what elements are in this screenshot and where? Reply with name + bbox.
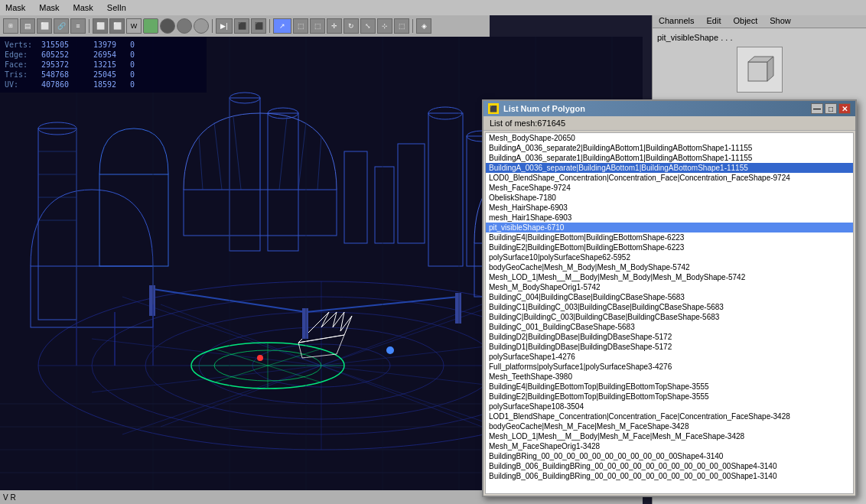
- svg-rect-52: [149, 285, 155, 316]
- poly-list-item[interactable]: Mesh_LOD_1|Mesh__M__Body|Mesh_M_Body|Mes…: [486, 272, 853, 282]
- poly-list-item[interactable]: Full_platforms|polySurface1|polySurfaceS…: [486, 362, 853, 372]
- toolbar-icon-2[interactable]: ▤: [20, 18, 35, 34]
- channel-content: pit_visibleShape . . .: [653, 28, 866, 100]
- poly-list-item[interactable]: bodyGeoCache|Mesh_M_Face|Mesh_M_FaceShap…: [486, 421, 853, 431]
- stat-val-edge2: 26954: [93, 50, 124, 59]
- toolbar-lasso[interactable]: ⬚: [293, 18, 308, 34]
- toolbar-icon-4[interactable]: 🔗: [54, 18, 69, 34]
- toolbar: ⊞ ▤ ⬜ 🔗 ≡ ⬜ ⬜ W ▶| ⬛ ⬛ ↗ ⬚ ⬚ ✛ ↻ ⤡ ⊹ ⬚ ◈: [0, 15, 490, 37]
- toolbar-icon-5[interactable]: ≡: [70, 18, 86, 34]
- poly-list-item[interactable]: Mesh_M_BodyShapeOrig1-5742: [486, 282, 853, 292]
- poly-list-item[interactable]: BuildingE4|BuildingEBottomTop|BuildingEB…: [486, 382, 853, 392]
- toolbar-sep-2: [212, 19, 213, 33]
- toolbar-icon-10[interactable]: [177, 18, 192, 34]
- toolbar-icon-1[interactable]: ⊞: [3, 18, 18, 34]
- stat-val-verts3: 0: [130, 41, 145, 49]
- toolbar-icon-12[interactable]: ▶|: [216, 18, 233, 34]
- stat-label-edge: Edge:: [5, 50, 35, 59]
- toolbar-move[interactable]: ✛: [327, 18, 342, 34]
- stat-label-tris: Tris:: [5, 70, 35, 79]
- poly-list-item[interactable]: BuildingC_004|BuildingCBase|BuildingCBas…: [486, 292, 853, 302]
- poly-list-container[interactable]: Mesh_BodyShape-20650BuildingA_0036_separ…: [485, 132, 854, 494]
- toolbar-icon-14[interactable]: ⬛: [251, 18, 266, 34]
- svg-point-48: [257, 355, 263, 361]
- dialog-title-text: List Num of Polygon: [503, 104, 585, 113]
- poly-list-item[interactable]: polySurface10|polySurfaceShape62-5952: [486, 252, 853, 262]
- poly-dialog: ⬛ List Num of Polygon — □ ✕ List of mesh…: [482, 99, 857, 497]
- poly-list-item[interactable]: Mesh_BodyShape-20650: [486, 133, 853, 143]
- poly-list[interactable]: Mesh_BodyShape-20650BuildingA_0036_separ…: [486, 133, 853, 493]
- poly-list-item[interactable]: BuildingA_0036_separate|BuildingABottom1…: [486, 163, 853, 173]
- toolbar-icon-9[interactable]: [160, 18, 175, 34]
- poly-list-item[interactable]: LOD0_BlendShape_Concentration|Concentrat…: [486, 173, 853, 183]
- stat-val-uv3: 0: [130, 80, 145, 89]
- poly-list-item[interactable]: BuildingD1|BuildingDBase|BuildingDBaseSh…: [486, 342, 853, 352]
- stat-label-verts: Verts:: [5, 41, 35, 49]
- stat-row-uv: UV: 407860 18592 0: [3, 80, 203, 89]
- toolbar-camera[interactable]: ◈: [416, 18, 431, 34]
- stat-row-verts: Verts: 315505 13979 0: [3, 40, 203, 50]
- stat-val-verts1: 315505: [41, 41, 87, 49]
- stat-val-uv2: 18592: [93, 80, 124, 89]
- menu-mask1[interactable]: Mask: [3, 2, 28, 13]
- stat-row-tris: Tris: 548768 25045 0: [3, 70, 203, 80]
- toolbar-icon-11[interactable]: [194, 18, 209, 34]
- poly-list-item[interactable]: bodyGeoCache|Mesh_M_Body|Mesh_M_BodyShap…: [486, 262, 853, 272]
- menu-selin[interactable]: SelIn: [105, 2, 129, 13]
- channel-menu-show[interactable]: Show: [763, 14, 797, 28]
- poly-list-item[interactable]: LOD1_BlendShape_Concentration|Concentrat…: [486, 411, 853, 421]
- toolbar-icon-8[interactable]: W: [126, 18, 142, 34]
- channel-menu-edit[interactable]: Edit: [700, 14, 727, 28]
- channel-object-name: pit_visibleShape . . .: [657, 33, 861, 42]
- toolbar-sep-3: [269, 19, 270, 33]
- poly-list-item[interactable]: BuildingA_0036_separate1|BuildingABottom…: [486, 153, 853, 163]
- poly-list-item[interactable]: polySurfaceShape1-4276: [486, 352, 853, 362]
- poly-list-item[interactable]: BuildingE2|BuildingEBottom|BuildingEBott…: [486, 242, 853, 252]
- toolbar-scale[interactable]: ⤡: [360, 18, 376, 34]
- poly-list-item[interactable]: BuildingE2|BuildingEBottomTop|BuildingEB…: [486, 392, 853, 402]
- poly-list-item[interactable]: Mesh_TeethShape-3980: [486, 372, 853, 382]
- toolbar-icon-7[interactable]: ⬜: [109, 18, 125, 34]
- toolbar-paint[interactable]: ⬚: [310, 18, 325, 34]
- stat-val-face3: 0: [130, 60, 145, 69]
- poly-list-item[interactable]: BuildingA_0036_separate2|BuildingABottom…: [486, 143, 853, 153]
- poly-list-item[interactable]: Mesh_LOD_1|Mesh__M__Body|Mesh_M_Face|Mes…: [486, 431, 853, 441]
- poly-list-item[interactable]: Mesh_FaceShape-9724: [486, 183, 853, 193]
- stat-val-edge1: 605252: [41, 50, 87, 59]
- poly-list-item[interactable]: BuildingBRing_00_00_00_00_00_00_00_00_00…: [486, 451, 853, 461]
- poly-list-item[interactable]: BuildingD2|BuildingDBase|BuildingDBaseSh…: [486, 332, 853, 342]
- stat-row-face: Face: 295372 13215 0: [3, 60, 203, 70]
- dialog-close-btn[interactable]: ✕: [838, 103, 851, 114]
- stat-val-uv1: 407860: [41, 80, 87, 89]
- status-left: V R: [3, 493, 16, 502]
- channel-menu-channels[interactable]: Channels: [653, 14, 700, 28]
- toolbar-icon-6[interactable]: ⬜: [93, 18, 108, 34]
- poly-list-item[interactable]: BuildingE4|BuildingEBottom|BuildingEBott…: [486, 232, 853, 242]
- poly-list-item[interactable]: mesh_Hair1Shape-6903: [486, 213, 853, 223]
- toolbar-icon-wireframe[interactable]: [143, 18, 158, 34]
- menu-bar: Mask Mask Mask SelIn: [0, 0, 866, 15]
- toolbar-icon-3[interactable]: ⬜: [37, 18, 52, 34]
- toolbar-icon-13[interactable]: ⬛: [234, 18, 249, 34]
- toolbar-select[interactable]: ↗: [273, 18, 291, 34]
- toolbar-rotate[interactable]: ↻: [343, 18, 359, 34]
- poly-list-item[interactable]: Mesh_HairShape-6903: [486, 203, 853, 213]
- poly-list-item[interactable]: BuildingC1|BuildingC_003|BuildingCBase|B…: [486, 302, 853, 312]
- poly-list-item[interactable]: ObeliskShape-7180: [486, 193, 853, 203]
- poly-list-item[interactable]: BuildingC|BuildingC_003|BuildingCBase|Bu…: [486, 312, 853, 322]
- poly-list-item[interactable]: pit_visibleShape-6710: [486, 223, 853, 232]
- channel-menu-object[interactable]: Object: [727, 14, 763, 28]
- toolbar-transform[interactable]: ⊹: [377, 18, 392, 34]
- svg-rect-73: [748, 62, 767, 81]
- dialog-maximize-btn[interactable]: □: [825, 103, 837, 114]
- poly-list-item[interactable]: BuildingB_006_BuildingBRing_00_00_00_00_…: [486, 471, 853, 481]
- stats-panel: Verts: 315505 13979 0 Edge: 605252 26954…: [0, 37, 207, 93]
- poly-list-item[interactable]: BuildingC_001_BuildingCBaseShape-5683: [486, 322, 853, 332]
- dialog-minimize-btn[interactable]: —: [811, 103, 823, 114]
- poly-list-item[interactable]: Mesh_M_FaceShapeOrig1-3428: [486, 441, 853, 451]
- menu-mask3[interactable]: Mask: [71, 2, 96, 13]
- toolbar-icon-snap[interactable]: ⬚: [394, 18, 409, 34]
- menu-mask2[interactable]: Mask: [37, 2, 61, 13]
- poly-list-item[interactable]: polySurfaceShape108-3504: [486, 402, 853, 411]
- poly-list-item[interactable]: BuildingB_006_BuildingBRing_00_00_00_00_…: [486, 461, 853, 471]
